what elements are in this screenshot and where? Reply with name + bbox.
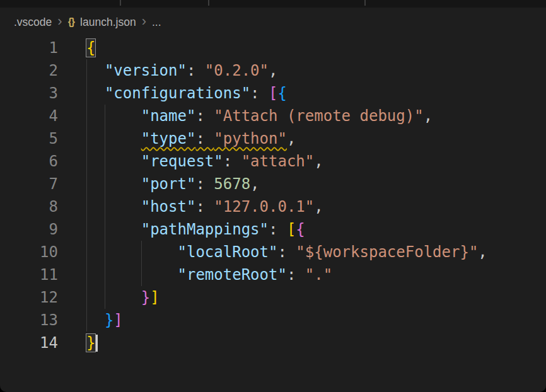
code-token: "configurations": [105, 84, 250, 102]
breadcrumb-folder[interactable]: .vscode: [14, 16, 52, 29]
code-text: "name": "Attach (remote debug)",: [86, 105, 433, 127]
code-token: ,: [478, 243, 487, 261]
json-file-icon: {}: [68, 16, 74, 28]
breadcrumb-file[interactable]: launch.json: [80, 16, 136, 29]
code-token: ,: [250, 175, 259, 193]
code-lines: 1{2 "version": "0.2.0",3 "configurations…: [0, 37, 546, 354]
code-line-9[interactable]: 9 "pathMappings": [{: [0, 218, 546, 241]
text-cursor: [96, 335, 98, 352]
code-token: "port": [141, 175, 196, 193]
code-text: }]: [86, 309, 123, 331]
chevron-right-icon: ›: [142, 14, 146, 28]
code-token: :: [250, 84, 269, 102]
code-line-13[interactable]: 13 }]: [0, 309, 546, 331]
code-editor[interactable]: 1{2 "version": "0.2.0",3 "configurations…: [0, 37, 546, 392]
code-line-11[interactable]: 11 "remoteRoot": ".": [0, 263, 546, 286]
indent-whitespace: [86, 107, 141, 125]
code-line-14[interactable]: 14}: [0, 331, 546, 354]
indent-whitespace: [86, 311, 105, 329]
code-line-6[interactable]: 6 "request": "attach",: [0, 150, 546, 173]
code-token: "request": [141, 153, 223, 170]
code-token: "127.0.0.1": [214, 198, 314, 216]
line-number: 12: [0, 286, 58, 309]
code-token: :: [277, 243, 296, 261]
code-token: :: [287, 266, 305, 284]
code-token: {: [86, 39, 95, 57]
tab-strip: [0, 0, 546, 8]
code-token: "name": [141, 107, 196, 125]
code-token: ,: [424, 107, 433, 125]
line-number: 10: [0, 241, 58, 263]
code-token: "Attach (remote debug)": [214, 107, 423, 125]
indent-whitespace: [86, 221, 141, 238]
indent-whitespace: [86, 130, 141, 147]
code-line-7[interactable]: 7 "port": 5678,: [0, 173, 546, 195]
code-line-8[interactable]: 8 "host": "127.0.0.1",: [0, 195, 546, 218]
code-text: "version": "0.2.0",: [86, 59, 277, 82]
code-token: }: [141, 289, 150, 306]
code-token: "pathMappings": [141, 221, 269, 238]
code-token: [: [269, 84, 277, 102]
code-token: :: [187, 62, 205, 79]
indent-whitespace: [86, 84, 105, 102]
code-line-12[interactable]: 12 }]: [0, 286, 546, 309]
code-text: }: [86, 331, 98, 354]
line-number: 8: [0, 195, 58, 218]
line-number: 3: [0, 82, 58, 105]
code-line-2[interactable]: 2 "version": "0.2.0",: [0, 59, 546, 82]
code-text: }]: [86, 286, 160, 309]
vscode-window: .vscode › {} launch.json › ... 1{2 "vers…: [0, 0, 546, 392]
code-token: :: [269, 221, 287, 238]
indent-whitespace: [86, 243, 178, 261]
code-token: :: [195, 107, 214, 125]
code-token: :: [195, 130, 214, 147]
line-number: 7: [0, 173, 58, 195]
code-token: "localRoot": [178, 243, 278, 261]
code-token: "remoteRoot": [178, 266, 287, 284]
code-token: ,: [269, 62, 277, 79]
line-number: 5: [0, 127, 58, 150]
breadcrumb-symbol[interactable]: ...: [152, 16, 161, 29]
indent-whitespace: [86, 62, 105, 79]
indent-whitespace: [86, 153, 141, 170]
tab-divider: [208, 0, 209, 6]
code-token: "host": [141, 198, 196, 216]
code-text: {: [86, 37, 95, 59]
code-token: ,: [287, 130, 296, 147]
code-line-10[interactable]: 10 "localRoot": "${workspaceFolder}",: [0, 241, 546, 263]
code-line-3[interactable]: 3 "configurations": [{: [0, 82, 546, 105]
line-number: 14: [0, 331, 58, 354]
chevron-right-icon: ›: [57, 14, 62, 28]
code-text: "request": "attach",: [86, 150, 323, 173]
code-line-1[interactable]: 1{: [0, 37, 546, 59]
code-token: {: [277, 84, 286, 102]
line-number: 4: [0, 105, 58, 127]
code-token: "${workspaceFolder}": [296, 243, 478, 261]
code-text: "remoteRoot": ".": [86, 263, 332, 286]
line-number: 6: [0, 150, 58, 173]
tab-divider: [120, 0, 121, 6]
code-text: "type": "python",: [86, 127, 296, 150]
code-token: {: [296, 221, 305, 238]
code-line-4[interactable]: 4 "name": "Attach (remote debug)",: [0, 105, 546, 127]
code-text: "localRoot": "${workspaceFolder}",: [86, 241, 487, 263]
code-text: "port": 5678,: [86, 173, 260, 195]
code-token: ,: [314, 153, 323, 170]
indent-whitespace: [86, 175, 141, 193]
code-token: "version": [105, 62, 187, 79]
code-token: [: [287, 221, 296, 238]
code-token: "python": [214, 130, 287, 147]
code-token: "type": [141, 130, 196, 147]
indent-whitespace: [86, 289, 141, 306]
indent-whitespace: [86, 266, 178, 284]
code-line-5[interactable]: 5 "type": "python",: [0, 127, 546, 150]
code-token: }: [86, 334, 95, 352]
code-token: ]: [113, 311, 122, 329]
code-token: "attach": [241, 153, 315, 170]
code-token: }: [105, 311, 113, 329]
tab-divider: [364, 0, 366, 6]
line-number: 2: [0, 59, 58, 82]
code-token: ]: [150, 289, 159, 306]
code-token: 5678: [214, 175, 250, 193]
code-text: "configurations": [{: [86, 82, 287, 105]
